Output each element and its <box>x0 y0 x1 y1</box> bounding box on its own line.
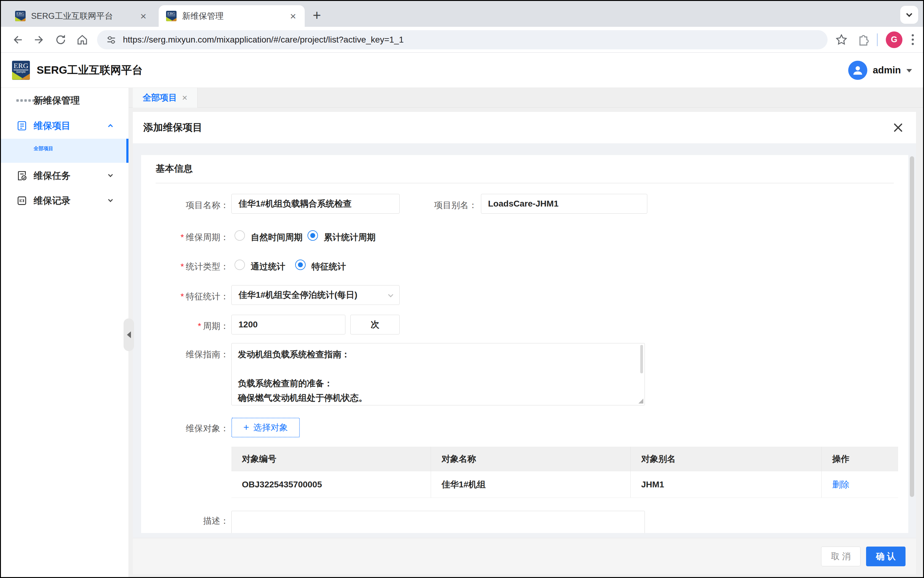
address-bar[interactable]: https://serg.mixyun.com/mixapplication/#… <box>97 30 828 49</box>
bookmark-star-icon[interactable] <box>835 33 848 46</box>
radio-feature-stat-label[interactable]: 特征统计 <box>311 261 346 273</box>
project-list-icon <box>16 120 28 132</box>
task-doc-icon <box>16 170 28 181</box>
project-name-label: 项目名称： <box>141 200 229 211</box>
sidebar-item-maintenance-tasks[interactable]: 维保任务 <box>1 166 128 185</box>
user-menu[interactable]: admin <box>848 61 912 80</box>
tab-close-icon[interactable]: × <box>289 11 297 21</box>
cell-object-alias: JHM1 <box>631 471 822 498</box>
confirm-button[interactable]: 确 认 <box>866 547 906 566</box>
textarea-resize-grip-icon[interactable] <box>638 399 643 404</box>
favicon-erg-icon: ERG <box>166 11 176 21</box>
sidebar-collapse-handle[interactable] <box>123 318 134 351</box>
url-text: https://serg.mixyun.com/mixapplication/#… <box>123 35 404 45</box>
radio-feature-stat[interactable] <box>295 260 306 270</box>
stat-type-label: 统计类型： <box>141 261 229 273</box>
radio-cumulative-stat-cycle[interactable] <box>307 230 318 241</box>
app-header: ERG Sample SERG工业互联网平台 admin <box>1 53 923 88</box>
reload-button[interactable] <box>52 31 69 49</box>
col-actions: 操作 <box>822 446 898 471</box>
app-logo: ERG Sample <box>12 61 30 80</box>
favicon-erg-icon: ERG <box>15 11 26 21</box>
sidebar-app-title: 新维保管理 <box>1 90 128 111</box>
description-textarea[interactable] <box>231 511 645 533</box>
page-tab-close-icon[interactable]: × <box>182 93 188 102</box>
main-area: 新维保管理 维保项目 全部项目 维保任务 <box>1 88 923 578</box>
browser-tab-bar: ERG SERG工业互联网平台 × ERG 新维保管理 × + <box>1 1 923 27</box>
tab-close-icon[interactable]: × <box>139 11 147 21</box>
modal-close-icon[interactable] <box>893 122 904 133</box>
period-label: 周期： <box>141 320 229 332</box>
period-input[interactable]: 1200 <box>231 315 345 334</box>
col-object-name: 对象名称 <box>431 446 631 471</box>
collapse-left-icon <box>127 331 131 338</box>
toolbar-right: G <box>835 31 915 48</box>
page-tab-all-projects[interactable]: 全部项目 × <box>133 88 197 107</box>
feature-stat-label: 特征统计： <box>141 291 229 302</box>
modal-header: 添加维保项目 <box>133 112 916 143</box>
delete-link[interactable]: 删除 <box>832 479 850 490</box>
browser-profile-avatar[interactable]: G <box>886 31 903 48</box>
forward-button[interactable] <box>31 31 48 49</box>
feature-stat-select[interactable]: 佳华1#机组安全停泊统计(每日) <box>231 285 400 305</box>
extensions-icon[interactable] <box>856 33 869 46</box>
project-alias-input[interactable]: LoadsCare-JHM1 <box>481 194 647 214</box>
content-area: 全部项目 × 添加维保项目 基本信息 项目名称： <box>129 88 923 578</box>
back-button[interactable] <box>9 31 26 49</box>
chevron-down-icon <box>906 11 912 17</box>
browser-menu-icon[interactable] <box>911 33 915 46</box>
chevron-down-icon <box>109 173 112 179</box>
radio-pass-stat[interactable] <box>235 260 245 270</box>
new-tab-button[interactable]: + <box>313 9 321 21</box>
sidebar: 新维保管理 维保项目 全部项目 维保任务 <box>1 88 129 578</box>
project-name-input[interactable]: 佳华1#机组负载耦合系统检查 <box>231 194 400 214</box>
modal-body: 基本信息 项目名称： 佳华1#机组负载耦合系统检查 项目别名： LoadsCar… <box>133 143 916 538</box>
browser-tab-maintenance[interactable]: ERG 新维保管理 × <box>159 5 305 27</box>
col-object-alias: 对象别名 <box>631 446 822 471</box>
radio-natural-time-cycle-label[interactable]: 自然时间周期 <box>251 232 303 243</box>
modal-title: 添加维保项目 <box>143 121 202 135</box>
sidebar-item-maintenance-projects[interactable]: 维保项目 <box>1 117 128 135</box>
plus-icon: + <box>243 422 249 432</box>
modal-footer: 取 消 确 认 <box>133 538 916 574</box>
description-label: 描述： <box>141 515 229 527</box>
forward-arrow-icon <box>33 34 45 46</box>
home-icon <box>76 34 88 46</box>
browser-tab-serg[interactable]: ERG SERG工业互联网平台 × <box>8 5 155 27</box>
period-unit-box: 次 <box>350 315 400 334</box>
cell-object-name: 佳华1#机组 <box>431 471 631 498</box>
radio-cumulative-stat-cycle-label[interactable]: 累计统计周期 <box>324 232 375 243</box>
tab-search-chevron-button[interactable] <box>900 6 918 24</box>
user-caret-icon <box>906 69 912 73</box>
section-divider <box>155 183 894 183</box>
section-title: 基本信息 <box>155 162 193 175</box>
modal-scrollbar[interactable] <box>910 156 914 497</box>
radio-pass-stat-label[interactable]: 通过统计 <box>251 261 285 273</box>
tune-icon[interactable] <box>106 34 117 45</box>
chevron-down-icon <box>109 198 112 203</box>
cancel-button[interactable]: 取 消 <box>821 547 861 566</box>
browser-toolbar: https://serg.mixyun.com/mixapplication/#… <box>1 27 923 53</box>
col-object-id: 对象编号 <box>231 446 431 471</box>
guide-textarea[interactable]: 发动机组负载系统检查指南： 负载系统检查前的准备： 确保燃气发动机组处于停机状态… <box>231 343 645 405</box>
radio-natural-time-cycle[interactable] <box>235 230 245 241</box>
basic-info-panel: 基本信息 项目名称： 佳华1#机组负载耦合系统检查 项目别名： LoadsCar… <box>141 155 908 533</box>
add-project-modal: 添加维保项目 基本信息 项目名称： 佳华1#机组负载耦合系统检查 项目别名： <box>133 112 916 574</box>
back-arrow-icon <box>11 34 24 46</box>
target-label: 维保对象： <box>141 423 229 434</box>
chevron-up-icon <box>109 123 112 128</box>
table-header-row: 对象编号 对象名称 对象别名 操作 <box>231 446 898 471</box>
sidebar-item-all-projects[interactable]: 全部项目 <box>1 139 128 163</box>
table-row: OBJ3225435700005 佳华1#机组 JHM1 删除 <box>231 471 898 498</box>
guide-label: 维保指南： <box>141 349 229 360</box>
home-button[interactable] <box>74 31 91 49</box>
select-chevron-icon <box>388 292 393 297</box>
screen: ERG SERG工业互联网平台 × ERG 新维保管理 × + <box>0 0 924 578</box>
textarea-scrollbar[interactable] <box>640 345 643 373</box>
record-icon <box>16 195 28 206</box>
cell-object-id: OBJ3225435700005 <box>231 471 431 498</box>
sidebar-item-maintenance-records[interactable]: 维保记录 <box>1 192 128 210</box>
select-target-button[interactable]: + 选择对象 <box>231 418 300 437</box>
tab-title: 新维保管理 <box>182 10 289 21</box>
divider <box>877 33 878 46</box>
